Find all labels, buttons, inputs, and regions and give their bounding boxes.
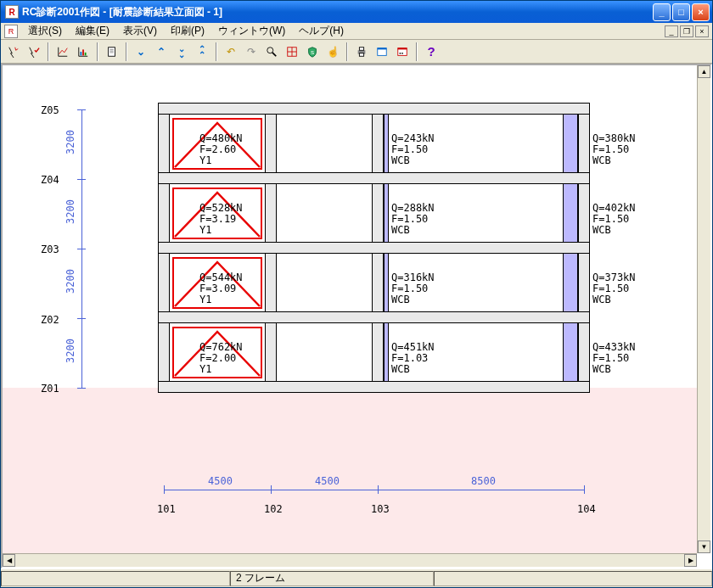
axis-tick [271,485,272,494]
axis-tick [77,109,86,110]
blue-wall [384,323,389,381]
tool-grid-icon[interactable] [283,42,301,61]
svg-point-20 [400,52,401,53]
cell-data: Q=380kN F=1.50 WCB [592,133,636,166]
menu-print[interactable]: 印刷(P) [164,22,211,40]
window-title: RC診断2001作図 - [耐震診断結果立面図 - 1] [22,5,222,20]
blue-wall [563,184,578,242]
svg-rect-17 [378,48,387,49]
axis-tick [77,249,86,249]
tool-cursor-zigzag-icon[interactable] [4,42,23,61]
scroll-down-button[interactable]: ▼ [698,540,710,553]
col-label: 101 [157,503,176,515]
minimize-button[interactable]: _ [653,3,671,21]
tool-window-icon[interactable] [373,42,391,61]
blue-wall [563,115,578,172]
menu-help[interactable]: ヘルプ(H) [292,22,351,40]
mdi-close-button[interactable]: × [695,25,709,37]
svg-rect-15 [359,53,363,56]
blue-wall [384,184,389,242]
tool-help-icon[interactable]: ? [422,42,441,61]
blue-wall [563,254,578,311]
tool-chart-bar-icon[interactable] [74,42,93,61]
svg-point-21 [401,52,403,53]
col-label: 104 [577,503,596,515]
menu-select[interactable]: 選択(S) [21,22,69,40]
scroll-left-button[interactable]: ◀ [3,554,15,567]
blue-wall [563,323,578,381]
z-label: Z03 [41,244,59,255]
axis-tick [584,485,585,494]
z-label: Z01 [41,383,59,395]
z-label: Z05 [41,104,59,116]
tool-hand-icon[interactable]: ☝ [323,42,342,61]
svg-rect-1 [82,49,84,55]
axis-tick [164,485,165,494]
scroll-right-button[interactable]: ▶ [684,554,697,567]
svg-rect-19 [398,48,407,49]
scrollbar-horizontal[interactable]: ◀ ▶ [3,553,697,567]
app-window: R RC診断2001作図 - [耐震診断結果立面図 - 1] _ □ × R 選… [0,0,713,588]
z-label: Z02 [41,314,59,326]
mdi-minimize-button[interactable]: _ [665,25,678,37]
col-label: 103 [371,503,390,515]
svg-rect-3 [109,47,115,56]
cell-data: Q=451kN F=1.03 WCB [391,342,435,375]
axis-tick [378,485,379,494]
tool-page-icon[interactable] [103,42,121,61]
tool-undo-icon[interactable]: ↶ [222,42,240,61]
ground-zone [3,388,697,553]
span-dim: 8500 [471,475,496,487]
cell-data: Q=528kN F=3.19 Y1 [199,203,243,236]
tool-dialog-icon[interactable] [393,42,412,61]
svg-rect-2 [85,52,87,55]
tool-shield-icon[interactable]: S [303,42,322,61]
statusbar: 2 フレーム [1,568,712,587]
tool-double-up-icon[interactable]: ⌃⌃ [193,42,211,61]
tool-chart-line-icon[interactable] [53,42,72,61]
tool-print-icon[interactable] [352,42,371,61]
floor-height-dim: 3200 [65,339,76,363]
mdi-restore-button[interactable]: ❐ [680,25,693,37]
drawing-canvas[interactable]: Z05 Z04 Z03 Z02 Z01 3200 3200 3200 3200 [3,65,697,553]
scroll-up-button[interactable]: ▲ [698,65,710,78]
cell-data: Q=288kN F=1.50 WCB [391,203,435,236]
cell-data: Q=480kN F=2.60 Y1 [199,133,243,166]
svg-line-8 [272,52,276,55]
menubar: R 選択(S) 編集(E) 表示(V) 印刷(P) ウィントウ(W) ヘルプ(H… [1,23,712,40]
cell-data: Q=373kN F=1.50 WCB [592,272,636,305]
tool-down-icon[interactable]: ⌄ [132,42,150,61]
cell-data: Q=762kN F=2.00 Y1 [199,342,243,375]
app-icon: R [5,5,19,19]
svg-rect-14 [359,47,363,50]
tool-zoom-icon[interactable] [262,42,281,61]
document-icon[interactable]: R [4,25,18,38]
axis-tick [77,388,86,389]
menu-edit[interactable]: 編集(E) [69,22,116,40]
toolbar: ⌄ ⌃ ⌄⌄ ⌃⌃ ↶ ↷ S ☝ ? [1,40,712,64]
cell-data: Q=316kN F=1.50 WCB [391,272,435,305]
menu-window[interactable]: ウィントウ(W) [211,22,292,40]
tool-redo-icon[interactable]: ↷ [242,42,261,61]
titlebar[interactable]: R RC診断2001作図 - [耐震診断結果立面図 - 1] _ □ × [1,1,712,23]
col-label: 102 [264,503,283,515]
close-button[interactable]: × [692,3,710,21]
maximize-button[interactable]: □ [672,3,690,21]
cell-data: Q=433kN F=1.50 WCB [592,342,636,375]
tool-cursor-check-icon[interactable] [25,42,43,61]
blue-wall [384,115,389,172]
beam [158,103,590,115]
blue-wall [384,254,389,311]
status-frame: 2 フレーム [230,571,434,586]
menu-view[interactable]: 表示(V) [116,22,164,40]
svg-point-7 [267,47,273,53]
span-dim: 4500 [315,475,340,487]
axis-tick [77,179,86,180]
scrollbar-vertical[interactable]: ▲ ▼ [697,65,710,553]
svg-text:S: S [311,48,314,54]
tool-up-icon[interactable]: ⌃ [152,42,171,61]
svg-rect-0 [81,52,82,55]
tool-double-down-icon[interactable]: ⌄⌄ [172,42,191,61]
beam [158,311,590,323]
z-label: Z04 [41,174,59,186]
